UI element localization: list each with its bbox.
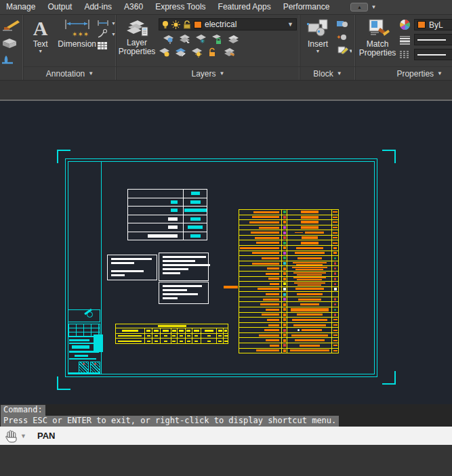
legend-desc-glyph [295, 288, 324, 290]
corner-bracket-bl [57, 376, 70, 390]
spec-table [127, 189, 207, 240]
legend-ref-dash [333, 345, 337, 346]
drawing-shape [331, 297, 338, 302]
drawing-shape [287, 240, 331, 245]
schedule-cell [186, 338, 192, 343]
panel-label-text: Layers [192, 69, 216, 79]
schedule-cell-glyph [218, 335, 222, 337]
layer-lock-icon[interactable] [211, 34, 223, 44]
title-block-shape [94, 334, 103, 352]
hatch-brush-icon[interactable] [0, 19, 20, 31]
legend-symbol [283, 303, 286, 306]
panel-label-properties[interactable]: Properties ▼ [356, 66, 452, 80]
layer-dropdown[interactable]: electrical ▼ [159, 18, 297, 30]
command-line-area[interactable]: Command: Press ESC or ENTER to exit, or … [0, 404, 452, 427]
panel-label-annotation[interactable]: Annotation ▼ [24, 66, 116, 80]
legend-label-glyph [259, 227, 279, 229]
layer-unlock-all-icon[interactable] [207, 47, 219, 58]
color-wheel-icon[interactable] [399, 19, 411, 30]
tab-add-ins[interactable]: Add-ins [78, 0, 118, 14]
legend-row [239, 348, 338, 353]
drawing-shape [201, 328, 216, 333]
title-block-shape [68, 309, 100, 322]
schedule-cell [192, 333, 201, 339]
layer-properties-button[interactable]: Layer Properties [117, 15, 157, 66]
leader-button[interactable]: ▼ [97, 29, 116, 39]
tab-a360[interactable]: A360 [118, 0, 149, 14]
title-block-shape [75, 355, 88, 357]
legend-symbol [283, 282, 286, 285]
drawing-shape [281, 302, 287, 307]
drawing-shape [171, 328, 178, 333]
schedule-cell-glyph [207, 335, 211, 337]
text-button[interactable]: A Text ▼ [24, 15, 57, 66]
spec-table-row [128, 215, 207, 223]
note-text-glyph [163, 297, 178, 299]
drawing-shape [287, 307, 331, 312]
layer-properties-icon [125, 18, 148, 37]
linetype-dropdown[interactable] [414, 49, 452, 60]
legend-ref-dash [333, 334, 337, 336]
legend-row [239, 312, 338, 318]
legend-desc-glyph [297, 284, 322, 286]
layer-on-off-icon[interactable] [159, 47, 170, 58]
linear-dimension-button[interactable]: ▼ [97, 20, 116, 26]
drawing-shape [281, 282, 287, 286]
panel-label-layers[interactable]: Layers ▼ [117, 66, 300, 80]
schedule-header-glyph [179, 330, 184, 332]
layer-unisolate-icon[interactable] [179, 34, 190, 44]
legend-desc-glyph [295, 269, 323, 270]
chevron-down-icon: ▼ [88, 70, 94, 77]
layer-freeze-icon[interactable]: ✳ [195, 34, 207, 44]
tab-express-tools[interactable]: Express Tools [149, 0, 211, 14]
layer-match-icon[interactable] [175, 47, 186, 58]
chevron-down-icon: ▼ [337, 70, 342, 77]
schedule-cell-glyph [147, 341, 150, 342]
legend-desc-glyph [297, 279, 322, 280]
panel-label-block[interactable]: Block ▼ [300, 66, 355, 80]
drawing-shape [281, 318, 287, 322]
legend-label-glyph [266, 309, 279, 311]
legend-label-glyph [268, 278, 279, 280]
lineweight-dropdown[interactable] [414, 34, 452, 45]
schedule-cell [171, 338, 178, 343]
layer-isolate-icon[interactable] [163, 34, 174, 44]
layer-make-current-icon[interactable] [228, 34, 239, 44]
tab-manage[interactable]: Manage [0, 0, 41, 14]
legend-desc-glyph [296, 264, 323, 265]
match-properties-button[interactable]: Match Properties [356, 15, 399, 66]
table-button[interactable] [97, 41, 116, 50]
minimize-ribbon-button[interactable]: ▲ ▼ [350, 3, 376, 12]
drawing-shape [293, 277, 326, 280]
create-block-icon[interactable] [335, 19, 349, 28]
layer-thaw-all-icon[interactable] [191, 47, 203, 58]
revision-cloud-icon[interactable] [0, 54, 19, 65]
tab-performance[interactable]: Performance [277, 0, 336, 14]
edit-attribute-icon[interactable]: ✦ [335, 32, 349, 41]
tab-output[interactable]: Output [41, 0, 78, 14]
layer-settings-icon[interactable] [224, 47, 235, 58]
command-message: Press ESC or ENTER to exit, or right-cli… [1, 416, 339, 427]
dimension-button[interactable]: ✶✶✶ Dimension [57, 15, 97, 66]
drawing-canvas[interactable] [0, 101, 452, 404]
drawing-shape [287, 282, 331, 286]
attribute-pencil-icon[interactable]: ▼ [335, 45, 352, 55]
drawing-shape [281, 323, 287, 328]
schedule-header-glyph [163, 330, 169, 332]
legend-desc-glyph [293, 262, 327, 263]
legend-symbol [283, 313, 286, 316]
insert-button[interactable]: Insert ▼ [300, 15, 335, 66]
extrude-box-icon[interactable] [0, 37, 19, 49]
legend-desc-glyph [298, 299, 321, 301]
object-color-dropdown[interactable]: ByL [414, 19, 452, 30]
drawing-shape [287, 323, 331, 328]
drawing-shape [217, 328, 223, 333]
legend-label-glyph [252, 216, 279, 218]
pan-hand-icon[interactable] [5, 429, 18, 443]
tab-featured-apps[interactable]: Featured Apps [212, 0, 277, 14]
chevron-down-icon: ▼ [316, 49, 321, 53]
chevron-down-icon[interactable]: ▼ [20, 433, 26, 439]
legend-desc-glyph [295, 252, 325, 254]
drawing-shape [239, 349, 281, 353]
legend-row [239, 297, 338, 302]
